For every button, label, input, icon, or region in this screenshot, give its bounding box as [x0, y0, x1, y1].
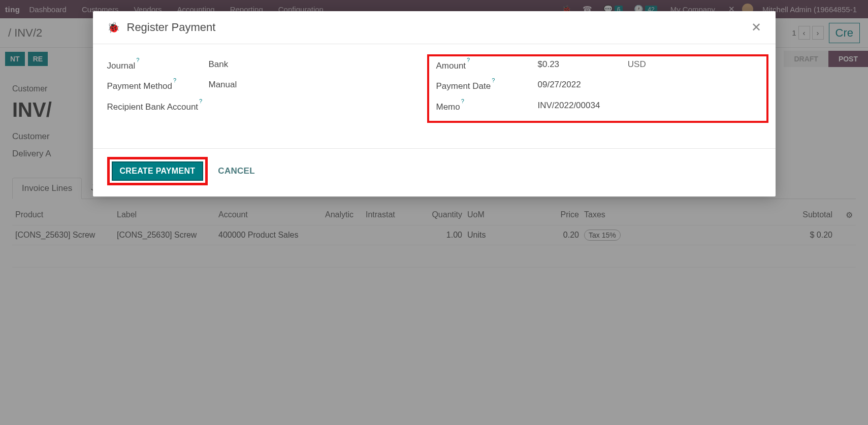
- amount-value[interactable]: $0.23 USD: [538, 59, 761, 70]
- amount-label: Amount?: [436, 59, 538, 72]
- journal-field-label: Journal?: [107, 59, 209, 72]
- journal-field-value[interactable]: Bank: [209, 59, 434, 70]
- create-payment-highlight: CREATE PAYMENT: [107, 157, 208, 185]
- payment-method-value[interactable]: Manual: [209, 80, 434, 90]
- modal-overlay: 🐞 Register Payment ✕ Journal? Bank Payme…: [0, 0, 868, 425]
- register-payment-modal: 🐞 Register Payment ✕ Journal? Bank Payme…: [93, 11, 776, 197]
- bug-icon[interactable]: 🐞: [107, 21, 120, 34]
- payment-date-label: Payment Date?: [436, 80, 538, 92]
- close-icon[interactable]: ✕: [751, 20, 761, 35]
- memo-value[interactable]: INV/2022/00034: [538, 101, 761, 111]
- memo-label: Memo?: [436, 101, 538, 113]
- modal-footer: CREATE PAYMENT CANCEL: [93, 148, 776, 197]
- highlight-box: Amount? $0.23 USD Payment Date? 09/27/20…: [427, 54, 768, 123]
- modal-body: Journal? Bank Payment Method? Manual Rec…: [93, 44, 776, 148]
- create-payment-button[interactable]: CREATE PAYMENT: [112, 161, 204, 181]
- modal-title: Register Payment: [127, 21, 216, 34]
- modal-header: 🐞 Register Payment ✕: [93, 11, 776, 44]
- recipient-bank-label: Recipient Bank Account?: [107, 101, 209, 113]
- payment-method-label: Payment Method?: [107, 80, 209, 92]
- amount-currency: USD: [628, 59, 646, 69]
- payment-date-value[interactable]: 09/27/2022: [538, 80, 761, 90]
- cancel-button[interactable]: CANCEL: [218, 166, 255, 176]
